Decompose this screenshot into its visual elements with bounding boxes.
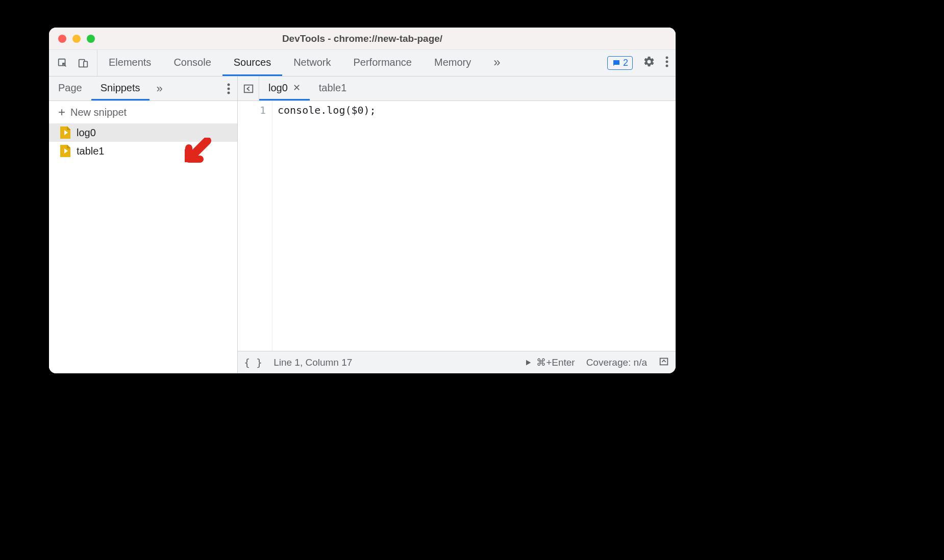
navigator-tabs: Page Snippets »	[49, 77, 237, 101]
tabs-overflow-icon[interactable]: »	[482, 50, 511, 76]
editor-tab-label: log0	[268, 82, 288, 94]
run-shortcut-label: ⌘+Enter	[536, 357, 575, 368]
play-icon	[524, 359, 532, 367]
navigator-sidebar: Page Snippets » + New snippet log0	[49, 77, 238, 373]
tab-sources[interactable]: Sources	[222, 50, 282, 76]
traffic-lights	[58, 35, 95, 43]
line-gutter: 1	[238, 101, 272, 351]
navigator-tab-snippets[interactable]: Snippets	[91, 77, 150, 100]
navigator-hide-icon[interactable]	[238, 77, 259, 100]
plus-icon: +	[58, 106, 65, 118]
cursor-position: Line 1, Column 17	[274, 357, 352, 368]
editor-pane: log0 ✕ table1 1 console.log($0); { } Lin…	[238, 77, 676, 373]
settings-gear-icon[interactable]	[643, 56, 655, 71]
issues-count: 2	[623, 58, 628, 68]
tab-memory[interactable]: Memory	[423, 50, 482, 76]
editor-tab-log0[interactable]: log0 ✕	[259, 77, 310, 100]
coverage-label: Coverage: n/a	[586, 357, 647, 368]
pretty-print-icon[interactable]: { }	[244, 357, 262, 369]
svg-rect-9	[244, 85, 253, 92]
code-editor[interactable]: 1 console.log($0);	[238, 101, 676, 351]
tab-console[interactable]: Console	[162, 50, 222, 76]
snippet-file-log0[interactable]: log0	[49, 123, 237, 142]
devtools-window: DevTools - chrome://new-tab-page/ Elemen…	[49, 28, 676, 373]
panel-tabs: Elements Console Sources Network Perform…	[97, 50, 600, 76]
svg-point-8	[228, 91, 230, 94]
window-title: DevTools - chrome://new-tab-page/	[49, 33, 676, 44]
close-tab-icon[interactable]: ✕	[293, 82, 301, 93]
inspect-element-icon[interactable]	[56, 57, 69, 70]
editor-tab-label: table1	[319, 82, 347, 94]
window-titlebar: DevTools - chrome://new-tab-page/	[49, 28, 676, 50]
snippet-file-icon	[60, 126, 70, 139]
close-window-button[interactable]	[58, 35, 66, 43]
editor-tabs: log0 ✕ table1	[238, 77, 676, 101]
toolbar-right: 2	[600, 50, 676, 76]
navigator-more-icon[interactable]	[220, 77, 237, 100]
chat-icon	[612, 59, 621, 68]
tab-elements[interactable]: Elements	[97, 50, 162, 76]
panel-body: Page Snippets » + New snippet log0	[49, 77, 676, 373]
new-snippet-label: New snippet	[70, 107, 127, 118]
svg-point-3	[666, 56, 668, 59]
navigator-tab-page[interactable]: Page	[49, 77, 91, 100]
more-menu-icon[interactable]	[665, 56, 668, 70]
minimize-window-button[interactable]	[72, 35, 81, 43]
snippet-file-list: log0 table1	[49, 123, 237, 373]
svg-point-4	[666, 60, 668, 63]
line-number: 1	[241, 104, 266, 116]
snippet-file-name: log0	[77, 127, 96, 139]
svg-point-5	[666, 64, 668, 67]
toolbar-left-icons	[49, 50, 97, 76]
snippet-file-icon	[60, 145, 70, 157]
navigator-tabs-overflow-icon[interactable]: »	[150, 77, 170, 100]
new-snippet-button[interactable]: + New snippet	[49, 101, 237, 123]
issues-badge[interactable]: 2	[607, 56, 633, 70]
svg-point-7	[228, 87, 230, 90]
drawer-toggle-icon[interactable]	[658, 355, 669, 369]
zoom-window-button[interactable]	[87, 35, 95, 43]
device-toggle-icon[interactable]	[77, 57, 90, 70]
code-content[interactable]: console.log($0);	[272, 101, 676, 351]
snippet-file-table1[interactable]: table1	[49, 142, 237, 160]
svg-point-6	[228, 83, 230, 86]
svg-rect-10	[660, 359, 668, 365]
tab-performance[interactable]: Performance	[342, 50, 424, 76]
svg-rect-2	[84, 61, 87, 67]
editor-statusbar: { } Line 1, Column 17 ⌘+Enter Coverage: …	[238, 351, 676, 373]
snippet-file-name: table1	[77, 145, 105, 157]
main-toolbar: Elements Console Sources Network Perform…	[49, 50, 676, 77]
editor-tab-table1[interactable]: table1	[310, 77, 356, 100]
tab-network[interactable]: Network	[282, 50, 342, 76]
run-snippet-button[interactable]: ⌘+Enter	[524, 357, 575, 368]
